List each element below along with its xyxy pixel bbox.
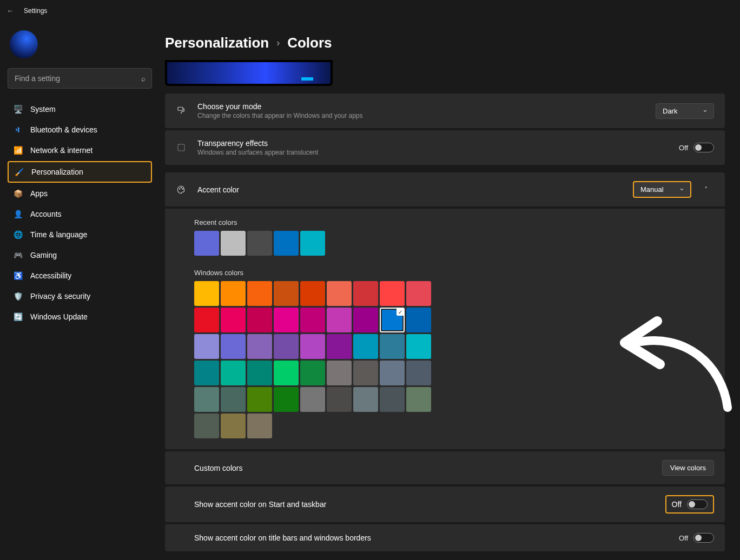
avatar[interactable] <box>10 30 38 58</box>
color-swatch[interactable] <box>380 361 405 385</box>
color-swatch[interactable] <box>194 387 219 412</box>
svg-point-2 <box>179 188 180 189</box>
transparency-card[interactable]: Transparency effects Windows and surface… <box>165 130 725 165</box>
sidebar-item-bluetooth-devices[interactable]: Bluetooth & devices <box>8 120 152 139</box>
sidebar-item-accessibility[interactable]: ♿Accessibility <box>8 266 152 285</box>
start-taskbar-toggle[interactable] <box>687 499 708 509</box>
transparency-icon <box>176 143 187 152</box>
sidebar-item-apps[interactable]: 📦Apps <box>8 184 152 203</box>
color-swatch[interactable] <box>221 414 246 438</box>
color-swatch[interactable] <box>221 231 246 256</box>
color-swatch[interactable] <box>247 334 272 359</box>
color-swatch[interactable] <box>300 387 325 412</box>
color-swatch[interactable] <box>221 334 246 359</box>
color-swatch[interactable] <box>274 334 299 359</box>
collapse-button[interactable]: ˄ <box>698 182 714 198</box>
color-swatch[interactable] <box>406 387 431 412</box>
color-swatch[interactable] <box>406 334 431 359</box>
color-swatch[interactable] <box>300 361 325 385</box>
sidebar-item-label: Network & internet <box>30 146 93 155</box>
color-swatch[interactable] <box>194 361 219 385</box>
color-swatch[interactable] <box>353 308 378 332</box>
color-swatch[interactable] <box>406 281 431 306</box>
search-input[interactable] <box>8 68 152 89</box>
color-swatch[interactable] <box>300 308 325 332</box>
color-swatch[interactable] <box>327 334 352 359</box>
mode-title: Choose your mode <box>197 102 656 111</box>
back-button[interactable]: ← <box>6 6 14 15</box>
color-swatch[interactable] <box>274 281 299 306</box>
color-swatch[interactable] <box>353 281 378 306</box>
network-internet-icon: 📶 <box>13 145 23 155</box>
transparency-title: Transparency effects <box>197 139 679 148</box>
color-swatch[interactable] <box>274 231 299 256</box>
color-swatch[interactable] <box>380 334 405 359</box>
sidebar-item-time-language[interactable]: 🌐Time & language <box>8 225 152 244</box>
color-swatch[interactable] <box>274 308 299 332</box>
sidebar-item-system[interactable]: 🖥️System <box>8 99 152 119</box>
windows-colors-label: Windows colors <box>194 269 714 277</box>
titlebars-toggle[interactable] <box>693 533 714 543</box>
color-swatch[interactable] <box>194 281 219 306</box>
color-swatch[interactable] <box>300 334 325 359</box>
color-swatch[interactable] <box>300 231 325 256</box>
transparency-desc: Windows and surfaces appear translucent <box>197 149 679 156</box>
titlebars-row: Show accent color on title bars and wind… <box>165 524 725 551</box>
color-swatch[interactable] <box>221 308 246 332</box>
chevron-right-icon: › <box>276 37 280 49</box>
start-taskbar-label: Show accent color on Start and taskbar <box>194 500 665 509</box>
color-swatch[interactable] <box>353 387 378 412</box>
color-swatch[interactable] <box>327 281 352 306</box>
color-swatch[interactable] <box>194 334 219 359</box>
sidebar-item-privacy-security[interactable]: 🛡️Privacy & security <box>8 286 152 306</box>
color-swatch[interactable] <box>194 308 219 332</box>
mode-dropdown[interactable]: Dark <box>656 103 714 119</box>
sidebar-item-label: System <box>30 105 56 114</box>
transparency-toggle[interactable] <box>693 143 714 152</box>
search-box[interactable]: ⌕ <box>8 68 152 89</box>
sidebar-item-label: Gaming <box>30 251 57 259</box>
color-swatch[interactable] <box>247 361 272 385</box>
color-swatch[interactable] <box>274 387 299 412</box>
paint-icon <box>176 106 187 116</box>
sidebar-item-label: Accessibility <box>30 271 71 280</box>
color-swatch[interactable] <box>221 281 246 306</box>
sidebar-item-personalization[interactable]: 🖌️Personalization <box>8 161 152 183</box>
color-swatch[interactable] <box>247 308 272 332</box>
titlebars-label: Show accent color on title bars and wind… <box>194 534 679 542</box>
svg-point-4 <box>182 188 183 189</box>
color-swatch[interactable] <box>194 414 219 438</box>
accent-dropdown[interactable]: Manual <box>633 181 691 198</box>
color-swatch[interactable] <box>327 387 352 412</box>
breadcrumb-parent[interactable]: Personalization <box>165 35 269 51</box>
color-swatch[interactable] <box>247 281 272 306</box>
page-title: Colors <box>287 35 332 51</box>
color-swatch[interactable] <box>406 361 431 385</box>
color-swatch[interactable] <box>380 387 405 412</box>
sidebar-item-network-internet[interactable]: 📶Network & internet <box>8 141 152 160</box>
app-title: Settings <box>24 7 47 15</box>
sidebar-item-accounts[interactable]: 👤Accounts <box>8 204 152 224</box>
color-swatch[interactable] <box>327 308 352 332</box>
sidebar-item-label: Apps <box>30 189 48 198</box>
color-swatch[interactable] <box>274 361 299 385</box>
color-swatch[interactable] <box>353 361 378 385</box>
color-swatch[interactable] <box>380 308 405 332</box>
accent-card[interactable]: Accent color Manual ˄ <box>165 172 725 206</box>
color-swatch[interactable] <box>247 387 272 412</box>
sidebar-item-windows-update[interactable]: 🔄Windows Update <box>8 307 152 326</box>
custom-colors-label: Custom colors <box>194 464 662 472</box>
color-swatch[interactable] <box>406 308 431 332</box>
sidebar-item-gaming[interactable]: 🎮Gaming <box>8 245 152 265</box>
color-swatch[interactable] <box>247 231 272 256</box>
color-swatch[interactable] <box>221 387 246 412</box>
color-swatch[interactable] <box>221 361 246 385</box>
color-swatch[interactable] <box>380 281 405 306</box>
color-swatch[interactable] <box>327 361 352 385</box>
color-swatch[interactable] <box>194 231 219 256</box>
mode-card[interactable]: Choose your mode Change the colors that … <box>165 94 725 128</box>
view-colors-button[interactable]: View colors <box>662 460 714 476</box>
color-swatch[interactable] <box>247 414 272 438</box>
color-swatch[interactable] <box>353 334 378 359</box>
color-swatch[interactable] <box>300 281 325 306</box>
